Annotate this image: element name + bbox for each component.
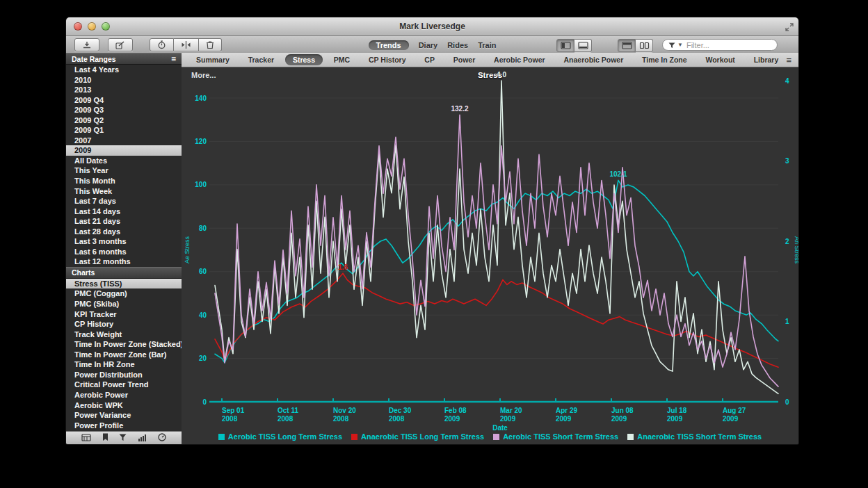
- tab-stress[interactable]: Stress: [285, 54, 323, 65]
- sidebar-item-power-distribution[interactable]: Power Distribution: [66, 370, 182, 380]
- sidebar-item-last-3-months[interactable]: Last 3 months: [66, 236, 182, 247]
- sidebar: Date Ranges≡Last 4 Years201020132009 Q42…: [66, 53, 182, 444]
- tab-library[interactable]: Library: [746, 56, 787, 64]
- sidebar-item-2009-q2[interactable]: 2009 Q2: [66, 115, 182, 126]
- view-tab-trends[interactable]: Trends: [369, 40, 409, 50]
- section-header-date-ranges[interactable]: Date Ranges≡: [66, 53, 182, 65]
- tabbar-menu-icon[interactable]: ≡: [786, 55, 791, 65]
- tab-summary[interactable]: Summary: [188, 56, 237, 64]
- svg-text:Mar 20: Mar 20: [500, 407, 522, 414]
- tab-anaerobic-power[interactable]: Anaerobic Power: [556, 56, 631, 64]
- sidebar-item-time-in-power-zone-bar-[interactable]: Time In Power Zone (Bar): [66, 350, 182, 360]
- sidebar-item-track-weight[interactable]: Track Weight: [66, 330, 182, 340]
- sidebar-item-power-profile[interactable]: Power Profile: [66, 421, 182, 431]
- svg-text:2009: 2009: [723, 415, 739, 423]
- view-tab-diary[interactable]: Diary: [419, 41, 438, 49]
- svg-text:Jun 08: Jun 08: [611, 407, 634, 414]
- sidebar-toggle-button[interactable]: [556, 39, 574, 52]
- sidebar-item-this-week[interactable]: This Week: [66, 186, 182, 197]
- tab-power[interactable]: Power: [446, 56, 483, 64]
- stopwatch-button[interactable]: [150, 38, 174, 51]
- filter-field[interactable]: ▼: [662, 39, 778, 51]
- stress-plot[interactable]: 020406080100120140Ae Stress01234An Stres…: [182, 67, 798, 444]
- sidebar-item-last-4-years[interactable]: Last 4 Years: [66, 65, 182, 75]
- sidebar-item-aerobic-power[interactable]: Aerobic Power: [66, 390, 182, 400]
- svg-text:2009: 2009: [500, 415, 516, 423]
- sidebar-item-this-month[interactable]: This Month: [66, 176, 182, 186]
- delete-button[interactable]: [199, 38, 222, 51]
- tab-workout[interactable]: Workout: [698, 56, 742, 64]
- tab-cp-history[interactable]: CP History: [361, 56, 414, 64]
- legend-entry-3: Anaerobic TISS Short Term Stress: [627, 432, 762, 441]
- section-menu-icon[interactable]: ≡: [171, 54, 176, 64]
- svg-text:2008: 2008: [278, 415, 294, 423]
- sidebar-item-stress-tiss-[interactable]: Stress (TISS): [66, 279, 182, 289]
- minimize-icon[interactable]: [88, 22, 96, 31]
- sidebar-item-last-14-days[interactable]: Last 14 days: [66, 206, 182, 217]
- split-button[interactable]: [174, 38, 199, 51]
- view-tab-rides[interactable]: Rides: [447, 41, 468, 49]
- summary-view-icon[interactable]: [81, 432, 91, 444]
- bottombar-toggle-button[interactable]: [574, 39, 592, 52]
- sidebar-item-2009-q3[interactable]: 2009 Q3: [66, 105, 182, 115]
- title-bar[interactable]: Mark Liversedge: [66, 17, 798, 36]
- filter-input[interactable]: [685, 40, 764, 50]
- svg-text:Jul 18: Jul 18: [667, 407, 687, 414]
- svg-text:2008: 2008: [222, 415, 238, 423]
- sidebar-item-pmc-skiba-[interactable]: PMC (Skiba): [66, 299, 182, 309]
- sidebar-item-critical-power-trend[interactable]: Critical Power Trend: [66, 380, 182, 390]
- svg-text:80: 80: [199, 225, 207, 232]
- sidebar-item-all-dates[interactable]: All Dates: [66, 156, 182, 166]
- section-header-charts[interactable]: Charts: [66, 267, 182, 279]
- svg-text:2009: 2009: [611, 415, 627, 423]
- sidebar-item-last-6-months[interactable]: Last 6 months: [66, 247, 182, 257]
- sidebar-item-power-variance[interactable]: Power Variance: [66, 410, 182, 421]
- svg-text:1.6: 1.6: [338, 263, 348, 271]
- chart-panel: More... Stress 020406080100120140Ae Stre…: [182, 67, 798, 444]
- ride-tools-group: [150, 38, 222, 51]
- chart-bars-icon[interactable]: [138, 432, 147, 444]
- sidebar-item-2007[interactable]: 2007: [66, 136, 182, 146]
- sidebar-item-last-28-days[interactable]: Last 28 days: [66, 227, 182, 237]
- sidebar-item-time-in-power-zone-stacked-[interactable]: Time In Power Zone (Stacked): [66, 339, 182, 350]
- gauge-icon[interactable]: [158, 432, 166, 444]
- sidebar-item-aerobic-wpk[interactable]: Aerobic WPK: [66, 400, 182, 411]
- legend-label: Aerobic TISS Long Term Stress: [228, 432, 342, 441]
- import-button[interactable]: [74, 38, 99, 51]
- sidebar-item-2009-q4[interactable]: 2009 Q4: [66, 95, 182, 106]
- sidebar-item-pmc-coggan-[interactable]: PMC (Coggan): [66, 288, 182, 299]
- sidebar-item-cp-history[interactable]: CP History: [66, 319, 182, 330]
- sidebar-item-2013[interactable]: 2013: [66, 85, 182, 95]
- tab-tracker[interactable]: Tracker: [241, 56, 282, 64]
- svg-text:An Stress: An Stress: [794, 236, 798, 264]
- sidebar-item-time-in-hr-zone[interactable]: Time In HR Zone: [66, 359, 182, 370]
- svg-text:Date: Date: [492, 424, 508, 432]
- sidebar-item-last-7-days[interactable]: Last 7 days: [66, 196, 182, 206]
- bookmark-icon[interactable]: [102, 432, 108, 444]
- svg-text:100: 100: [195, 181, 207, 188]
- chevron-down-icon[interactable]: ▼: [677, 42, 683, 48]
- sidebar-item-2010[interactable]: 2010: [66, 75, 182, 86]
- tiled-view-button[interactable]: [636, 39, 653, 52]
- edit-button[interactable]: [108, 38, 133, 51]
- more-link[interactable]: More...: [191, 71, 216, 79]
- svg-text:Feb 08: Feb 08: [444, 407, 467, 414]
- zoom-icon[interactable]: [102, 22, 110, 31]
- close-icon[interactable]: [74, 22, 82, 31]
- layout-toggle-group: [618, 39, 653, 52]
- sidebar-item-2009-q1[interactable]: 2009 Q1: [66, 125, 182, 136]
- view-tab-train[interactable]: Train: [478, 41, 496, 49]
- sidebar-item-last-21-days[interactable]: Last 21 days: [66, 216, 182, 227]
- sidebar-item-2009[interactable]: 2009: [66, 145, 182, 156]
- sidebar-item-kpi-tracker[interactable]: KPI Tracker: [66, 309, 182, 320]
- sidebar-item-last-12-months[interactable]: Last 12 months: [66, 257, 182, 267]
- filter-funnel-icon[interactable]: [119, 432, 127, 444]
- svg-text:0: 0: [785, 398, 789, 406]
- fullscreen-arrows-icon[interactable]: [785, 22, 794, 34]
- tab-time-in-zone[interactable]: Time In Zone: [634, 56, 695, 64]
- sidebar-item-this-year[interactable]: This Year: [66, 165, 182, 176]
- tab-cp[interactable]: CP: [417, 56, 442, 64]
- tab-pmc[interactable]: PMC: [326, 56, 357, 64]
- tabbed-view-button[interactable]: [618, 39, 636, 52]
- tab-aerobic-power[interactable]: Aerobic Power: [486, 56, 553, 64]
